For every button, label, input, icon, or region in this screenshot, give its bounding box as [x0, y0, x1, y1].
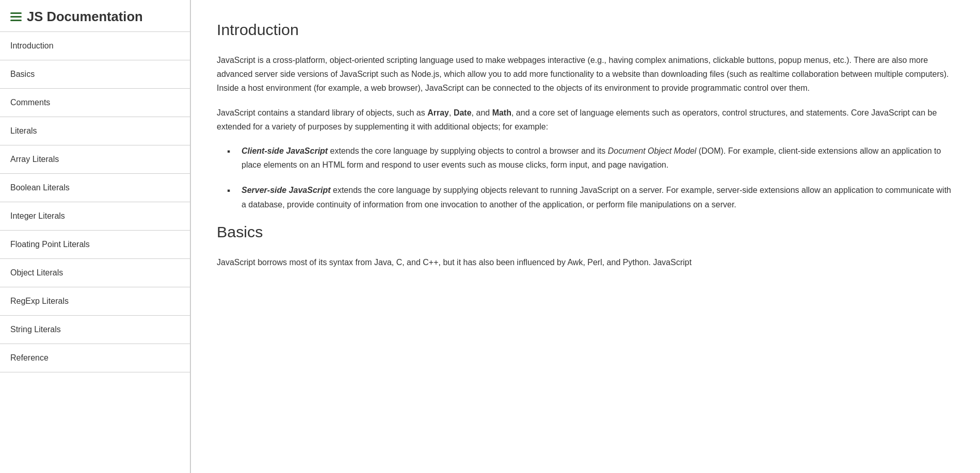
nav-link-string-literals[interactable]: String Literals: [0, 316, 190, 344]
nav-link-integer-literals[interactable]: Integer Literals: [0, 202, 190, 230]
nav-link-boolean-literals[interactable]: Boolean Literals: [0, 174, 190, 202]
sidebar-header: JS Documentation: [0, 0, 190, 32]
section-paragraph-basics-0: JavaScript borrows most of its syntax fr…: [217, 255, 954, 269]
nav-item-object-literals: Object Literals: [0, 259, 190, 287]
nav-item-array-literals: Array Literals: [0, 145, 190, 174]
nav-item-basics: Basics: [0, 60, 190, 89]
bullet-item-introduction-0: Client-side JavaScript extends the core …: [227, 144, 954, 172]
nav-item-integer-literals: Integer Literals: [0, 202, 190, 231]
main-content: IntroductionJavaScript is a cross-platfo…: [191, 0, 980, 473]
nav-item-introduction: Introduction: [0, 32, 190, 60]
nav-link-reference[interactable]: Reference: [0, 344, 190, 372]
nav-item-comments: Comments: [0, 89, 190, 117]
nav-item-floating-point-literals: Floating Point Literals: [0, 231, 190, 259]
sidebar-title: JS Documentation: [27, 9, 143, 24]
section-basics: BasicsJavaScript borrows most of its syn…: [217, 223, 954, 269]
nav-link-regexp-literals[interactable]: RegExp Literals: [0, 287, 190, 315]
section-introduction: IntroductionJavaScript is a cross-platfo…: [217, 21, 954, 211]
nav-link-literals[interactable]: Literals: [0, 117, 190, 145]
nav-item-regexp-literals: RegExp Literals: [0, 287, 190, 316]
nav-item-boolean-literals: Boolean Literals: [0, 174, 190, 202]
nav-link-comments[interactable]: Comments: [0, 89, 190, 117]
nav-link-floating-point-literals[interactable]: Floating Point Literals: [0, 231, 190, 258]
section-title-basics: Basics: [217, 223, 954, 241]
nav-link-basics[interactable]: Basics: [0, 60, 190, 88]
hamburger-icon[interactable]: [10, 12, 22, 21]
nav-link-introduction[interactable]: Introduction: [0, 32, 190, 60]
nav-item-literals: Literals: [0, 117, 190, 145]
section-paragraph-introduction-0: JavaScript is a cross-platform, object-o…: [217, 53, 954, 95]
section-title-introduction: Introduction: [217, 21, 954, 39]
nav-link-array-literals[interactable]: Array Literals: [0, 145, 190, 173]
nav-list: IntroductionBasicsCommentsLiteralsArray …: [0, 32, 190, 473]
bullet-list-introduction: Client-side JavaScript extends the core …: [217, 144, 954, 211]
section-paragraph-introduction-1: JavaScript contains a standard library o…: [217, 106, 954, 134]
bullet-item-introduction-1: Server-side JavaScript extends the core …: [227, 183, 954, 211]
nav-link-object-literals[interactable]: Object Literals: [0, 259, 190, 287]
sidebar: JS Documentation IntroductionBasicsComme…: [0, 0, 191, 473]
nav-item-reference: Reference: [0, 344, 190, 372]
nav-item-string-literals: String Literals: [0, 316, 190, 344]
